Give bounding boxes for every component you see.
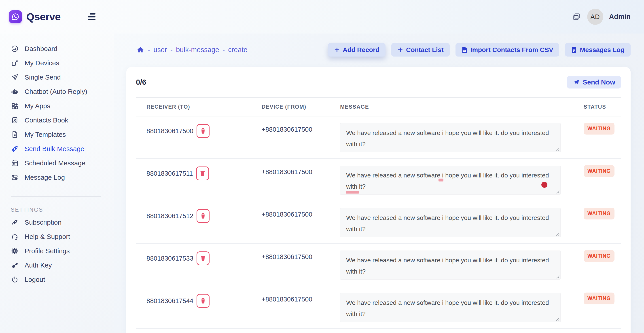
receiver-number: 8801830617511 xyxy=(146,170,193,177)
status-badge: WAITING xyxy=(584,165,614,177)
topbar: Qserve AD Admin xyxy=(0,0,644,33)
avatar[interactable]: AD xyxy=(587,9,603,25)
svg-text:CSV: CSV xyxy=(463,50,466,52)
action-buttons: Add Record Contact List CSV xyxy=(328,43,630,56)
sidebar-item-my-devices[interactable]: My Devices xyxy=(0,56,114,70)
devices-icon xyxy=(11,59,19,67)
table-row: 8801830617544 +8801830617500 We have rel… xyxy=(136,286,621,329)
delete-row-button[interactable] xyxy=(196,124,210,138)
status-badge: WAITING xyxy=(584,250,614,262)
delete-row-button[interactable] xyxy=(196,209,210,223)
message-textarea[interactable]: We have released a new software i hope y… xyxy=(340,208,560,237)
main-content: - user - bulk-message - create Add Recor… xyxy=(114,33,644,333)
bulk-message-card: 0/6 Send Now RECEIVER (TO) DEVICE (FROM)… xyxy=(126,67,630,333)
rocket-icon xyxy=(11,145,19,153)
status-badge: WAITING xyxy=(584,208,614,220)
table-row: 8801830617500 +8801830617500 We have rel… xyxy=(136,116,621,159)
breadcrumb: - user - bulk-message - create xyxy=(136,46,247,54)
sidebar-item-my-apps[interactable]: My Apps xyxy=(0,99,114,113)
device-number: +8801830617500 xyxy=(262,116,340,158)
contacts-book-icon xyxy=(11,116,19,124)
message-textarea[interactable]: We have released a new software i hope y… xyxy=(340,123,560,152)
apps-icon xyxy=(11,102,19,110)
windows-overlap-icon[interactable] xyxy=(572,12,582,21)
column-header-message: MESSAGE xyxy=(340,104,584,110)
delete-row-button[interactable] xyxy=(196,294,210,308)
plus-icon xyxy=(334,47,340,53)
sidebar-item-message-log[interactable]: Message Log xyxy=(0,170,114,185)
message-log-icon xyxy=(11,174,19,181)
brand: Qserve xyxy=(9,10,60,23)
trash-icon xyxy=(200,213,206,219)
message-textarea[interactable]: We have released a new software i hope y… xyxy=(340,293,560,322)
breadcrumb-create[interactable]: create xyxy=(228,46,247,54)
sidebar-toggle-button[interactable] xyxy=(86,12,96,21)
sidebar-item-auth-key[interactable]: Auth Key xyxy=(0,258,114,273)
table-row: 8801830617512 +8801830617500 We have rel… xyxy=(136,201,621,244)
status-badge: WAITING xyxy=(584,123,614,135)
column-header-status: STATUS xyxy=(584,104,621,110)
device-number: +8801830617500 xyxy=(262,159,340,201)
sidebar-item-subscription[interactable]: Subscription xyxy=(0,215,114,230)
trash-icon xyxy=(200,170,205,177)
clipboard-icon xyxy=(571,46,577,53)
add-record-button[interactable]: Add Record xyxy=(328,43,386,56)
dashboard-icon xyxy=(11,45,19,52)
sidebar-section-settings: SETTINGS xyxy=(11,207,114,213)
contact-list-button[interactable]: Contact List xyxy=(391,43,450,56)
hamburger-icon xyxy=(90,13,96,14)
sidebar-item-single-send[interactable]: Single Send xyxy=(0,70,114,84)
sidebar-item-my-templates[interactable]: My Templates xyxy=(0,127,114,142)
sidebar-item-profile-settings[interactable]: Profile Settings xyxy=(0,244,114,258)
sidebar-item-chatbot[interactable]: Chatbot (Auto Reply) xyxy=(0,84,114,99)
device-number: +8801830617500 xyxy=(262,286,340,328)
rocket-filled-icon xyxy=(11,219,19,226)
headset-icon xyxy=(11,233,19,241)
trash-icon xyxy=(200,255,206,262)
table-row: 8801830617511 +8801830617500 We have rel… xyxy=(136,159,621,201)
table-header: RECEIVER (TO) DEVICE (FROM) MESSAGE STAT… xyxy=(136,97,621,116)
progress-counter: 0/6 xyxy=(136,78,146,86)
column-header-receiver: RECEIVER (TO) xyxy=(136,104,262,110)
import-contacts-csv-button[interactable]: CSV Import Contacts From CSV xyxy=(456,43,560,56)
sidebar-item-logout[interactable]: Logout xyxy=(0,273,114,287)
power-icon xyxy=(11,276,19,283)
sidebar-item-help-support[interactable]: Help & Support xyxy=(0,230,114,244)
breadcrumb-bulk-message[interactable]: bulk-message xyxy=(176,46,219,54)
paper-plane-icon xyxy=(11,73,19,81)
delete-row-button[interactable] xyxy=(196,166,209,180)
plus-icon xyxy=(397,47,403,53)
calendar-icon xyxy=(11,159,19,167)
message-textarea[interactable]: We have released a new software i hope y… xyxy=(340,166,560,195)
receiver-number: 8801830617544 xyxy=(146,297,194,305)
csv-file-icon: CSV xyxy=(462,46,468,53)
receiver-number: 8801830617533 xyxy=(146,255,194,262)
sidebar-divider xyxy=(11,196,101,197)
topbar-right: AD Admin xyxy=(572,9,630,25)
trash-icon xyxy=(200,298,206,304)
sidebar-item-contacts-book[interactable]: Contacts Book xyxy=(0,113,114,127)
send-now-button[interactable]: Send Now xyxy=(567,76,621,88)
delete-row-button[interactable] xyxy=(196,251,210,265)
username[interactable]: Admin xyxy=(609,13,630,21)
whatsapp-logo-icon xyxy=(9,10,22,23)
templates-icon xyxy=(11,131,19,138)
breadcrumb-user[interactable]: user xyxy=(154,46,167,54)
sidebar-item-dashboard[interactable]: Dashboard xyxy=(0,41,114,56)
messages-log-button[interactable]: Messages Log xyxy=(565,43,630,56)
status-badge: WAITING xyxy=(584,293,614,304)
app-root: Qserve AD Admin Dashboard xyxy=(0,0,644,333)
message-textarea[interactable]: We have released a new software i hope y… xyxy=(340,251,560,280)
sidebar-item-send-bulk-message[interactable]: Send Bulk Message xyxy=(0,142,114,156)
table-row: 8801830617533 +8801830617500 We have rel… xyxy=(136,244,621,286)
trash-icon xyxy=(200,128,206,134)
sidebar: Dashboard My Devices Single Send xyxy=(0,33,114,333)
home-icon[interactable] xyxy=(136,46,144,54)
receiver-number: 8801830617500 xyxy=(146,127,194,135)
device-number: +8801830617500 xyxy=(262,201,340,243)
device-number: +8801830617500 xyxy=(262,244,340,286)
column-header-device: DEVICE (FROM) xyxy=(262,104,340,110)
key-icon xyxy=(11,262,19,269)
sidebar-item-scheduled-message[interactable]: Scheduled Message xyxy=(0,156,114,170)
send-icon xyxy=(573,79,580,86)
